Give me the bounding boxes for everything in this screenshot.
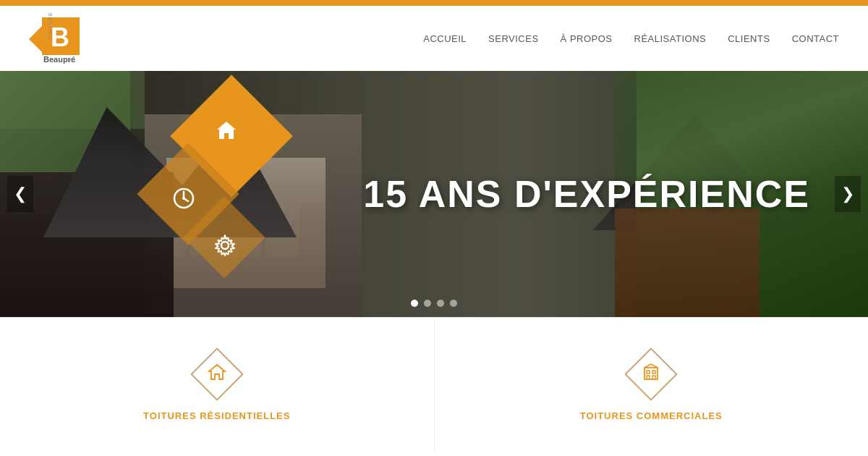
svg-rect-15 xyxy=(652,371,655,373)
top-bar xyxy=(0,0,868,6)
slide-headline: 15 ANS D'EXPÉRIENCE xyxy=(363,172,810,216)
logo[interactable]: B TOITURES Beaupré inc. xyxy=(29,12,87,66)
services-section: TOITURES RÉSIDENTIELLES TOITURES COMMERC… xyxy=(0,317,868,452)
gear-icon xyxy=(213,234,237,257)
nav-accueil[interactable]: ACCUEIL xyxy=(423,33,467,44)
slider-dot-3[interactable] xyxy=(437,300,444,307)
svg-text:B: B xyxy=(51,22,69,52)
svg-point-10 xyxy=(182,197,185,200)
service-title-commerciales: TOITURES COMMERCIALES xyxy=(580,410,723,421)
slider-dot-4[interactable] xyxy=(450,300,457,307)
nav-services[interactable]: SERVICES xyxy=(488,33,539,44)
svg-rect-17 xyxy=(652,376,655,379)
header: B TOITURES Beaupré inc. ACCUEIL SERVICES… xyxy=(0,6,868,71)
service-card-commerciales[interactable]: TOITURES COMMERCIALES xyxy=(435,318,869,452)
nav-realisations[interactable]: RÉALISATIONS xyxy=(634,33,707,44)
service-title-residentielles: TOITURES RÉSIDENTIELLES xyxy=(143,410,290,421)
svg-marker-12 xyxy=(209,365,225,379)
logo-icon: B TOITURES Beaupré inc. xyxy=(29,12,87,66)
slider-next-button[interactable]: ❯ xyxy=(835,176,861,212)
nav-apropos[interactable]: À PROPOS xyxy=(561,33,613,44)
commercial-icon xyxy=(626,349,676,400)
nav-clients[interactable]: CLIENTS xyxy=(728,33,770,44)
home-icon xyxy=(216,120,237,140)
slider-prev-button[interactable]: ❮ xyxy=(7,176,33,212)
clock-icon xyxy=(172,187,195,210)
svg-rect-14 xyxy=(647,371,650,373)
hero-slider: 15 ANS D'EXPÉRIENCE ❮ ❯ xyxy=(0,71,868,317)
slider-dot-2[interactable] xyxy=(424,300,431,307)
svg-marker-0 xyxy=(29,26,42,52)
main-nav: ACCUEIL SERVICES À PROPOS RÉALISATIONS C… xyxy=(423,33,839,44)
svg-marker-6 xyxy=(217,122,236,139)
svg-point-11 xyxy=(221,242,229,249)
slider-dots xyxy=(411,300,457,307)
svg-rect-16 xyxy=(647,376,650,379)
nav-contact[interactable]: CONTACT xyxy=(792,33,839,44)
service-card-residentielles[interactable]: TOITURES RÉSIDENTIELLES xyxy=(0,318,435,452)
svg-text:inc.: inc. xyxy=(68,57,77,64)
slider-dot-1[interactable] xyxy=(411,300,418,307)
residential-icon xyxy=(192,349,242,400)
svg-text:TOITURES: TOITURES xyxy=(48,12,53,39)
